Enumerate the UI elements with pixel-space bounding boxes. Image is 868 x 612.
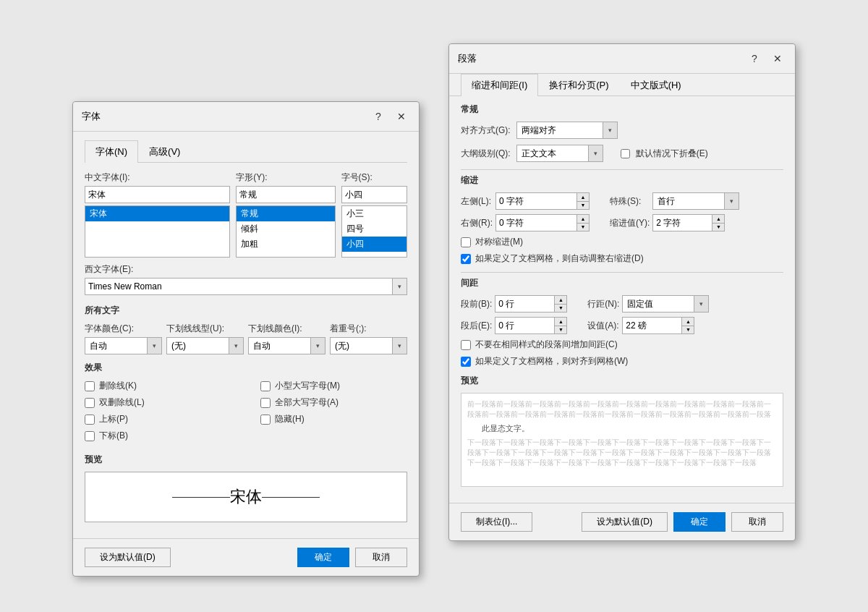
outline-row: 大纲级别(Q): 正文文本 ▾ 默认情况下折叠(E) — [461, 145, 783, 162]
superscript-check[interactable] — [85, 415, 95, 425]
style-item-italic[interactable]: 倾斜 — [237, 221, 334, 237]
collapsed-check[interactable] — [621, 149, 630, 158]
color-value: 自动 — [85, 340, 147, 352]
snap-grid-check[interactable] — [461, 357, 471, 367]
strikethrough-check[interactable] — [85, 381, 95, 391]
set-value-up[interactable]: ▲ — [682, 318, 694, 326]
para-default-button[interactable]: 设为默认值(D) — [582, 512, 668, 532]
tab-font-main[interactable]: 字体(N) — [85, 140, 138, 163]
snap-grid-row: 如果定义了文档网格，则对齐到网格(W) — [461, 355, 783, 367]
subscript-check[interactable] — [85, 431, 95, 441]
after-up[interactable]: ▲ — [555, 318, 566, 326]
para-dialog-titlebar: 段落 ? ✕ — [449, 44, 795, 74]
left-indent-input[interactable]: 0 字符 ▲ ▼ — [495, 192, 590, 210]
style-col: 字形(Y): 常规 倾斜 加粗 — [236, 171, 335, 258]
chinese-font-input[interactable] — [85, 186, 230, 203]
para-dialog-footer: 制表位(I)... 设为默认值(D) 确定 取消 — [449, 503, 795, 540]
size-item-4hao[interactable]: 四号 — [342, 221, 407, 237]
auto-adjust-check[interactable] — [461, 254, 471, 264]
before-down[interactable]: ▼ — [555, 305, 566, 313]
right-indent-up[interactable]: ▲ — [577, 215, 589, 224]
all-text-section: 所有文字 字体颜色(C): 自动 ▾ 下划线线型(U): (无) ▾ — [85, 305, 407, 354]
latin-font-dropdown-arrow[interactable]: ▾ — [393, 278, 407, 295]
small-caps-row: 小型大写字母(M) — [260, 380, 407, 392]
color-arrow: ▾ — [147, 338, 161, 354]
before-spinners: ▲ ▼ — [554, 296, 566, 312]
indent-value-down[interactable]: ▼ — [712, 224, 724, 231]
all-caps-check[interactable] — [260, 398, 271, 408]
latin-font-input[interactable] — [85, 278, 393, 295]
size-item-xiao3[interactable]: 小三 — [342, 206, 407, 221]
right-indent-down[interactable]: ▼ — [577, 224, 589, 231]
left-indent-down[interactable]: ▼ — [577, 202, 589, 210]
small-caps-check[interactable] — [260, 381, 271, 391]
underline-color-combo[interactable]: 自动 ▾ — [248, 337, 326, 354]
para-close-button[interactable]: ✕ — [769, 50, 786, 67]
right-indent-input[interactable]: 0 字符 ▲ ▼ — [495, 214, 590, 231]
style-item-regular[interactable]: 常规 — [237, 206, 334, 221]
underline-label: 下划线线型(U): — [166, 323, 244, 335]
tab-font-advanced[interactable]: 高级(V) — [138, 140, 191, 163]
chinese-font-item-songti[interactable]: 宋体 — [85, 206, 229, 221]
before-input[interactable]: 0 行 ▲ ▼ — [495, 295, 567, 313]
double-strike-check[interactable] — [85, 398, 95, 408]
alignment-combo[interactable]: 两端对齐 ▾ — [516, 122, 618, 139]
left-indent-up[interactable]: ▲ — [577, 193, 589, 202]
tab-line-page[interactable]: 换行和分页(P) — [538, 74, 619, 96]
para-tabs-button[interactable]: 制表位(I)... — [461, 512, 532, 532]
para-cancel-button[interactable]: 取消 — [731, 512, 783, 532]
style-item-bold[interactable]: 加粗 — [237, 237, 334, 252]
chinese-font-listbox[interactable]: 宋体 — [85, 205, 230, 258]
after-input[interactable]: 0 行 ▲ ▼ — [495, 317, 567, 334]
small-caps-label: 小型大写字母(M) — [275, 380, 340, 392]
para-help-button[interactable]: ? — [746, 50, 763, 67]
special-combo[interactable]: 首行 ▾ — [652, 192, 739, 210]
font-dialog-titlebar: 字体 ? ✕ — [73, 102, 419, 132]
indent-value-label: 缩进值(Y): — [610, 217, 650, 229]
size-input[interactable] — [341, 186, 407, 203]
color-combo[interactable]: 自动 ▾ — [85, 337, 162, 354]
font-default-button[interactable]: 设为默认值(D) — [85, 548, 171, 567]
tab-chinese-style[interactable]: 中文版式(H) — [620, 74, 692, 96]
emphasis-combo[interactable]: (无) ▾ — [330, 337, 407, 354]
para-preview-box: 前一段落前一段落前一段落前一段落前一段落前一段落前一段落前一段落前一段落前一段落… — [461, 393, 783, 487]
before-label: 段前(B): — [461, 298, 492, 310]
underline-combo[interactable]: (无) ▾ — [166, 337, 244, 354]
emphasis-group: 着重号(;): (无) ▾ — [330, 323, 407, 354]
after-down[interactable]: ▼ — [555, 326, 566, 334]
style-listbox[interactable]: 常规 倾斜 加粗 — [236, 205, 335, 258]
set-value-down[interactable]: ▼ — [682, 326, 694, 334]
font-ok-button[interactable]: 确定 — [297, 548, 349, 567]
para-tabs-container: 缩进和间距(I) 换行和分页(P) 中文版式(H) — [449, 74, 795, 96]
alignment-row: 对齐方式(G): 两端对齐 ▾ — [461, 122, 783, 139]
before-up[interactable]: ▲ — [555, 296, 566, 305]
line-spacing-combo[interactable]: 固定值 ▾ — [622, 295, 709, 313]
underline-group: 下划线线型(U): (无) ▾ — [166, 323, 244, 354]
para-ok-button[interactable]: 确定 — [673, 512, 726, 532]
style-input[interactable] — [236, 186, 335, 203]
collapsed-label: 默认情况下折叠(E) — [636, 148, 708, 160]
effects-col-right: 小型大写字母(M) 全部大写字母(A) 隐藏(H) — [260, 380, 407, 446]
indent-value-up[interactable]: ▲ — [712, 215, 724, 224]
no-space-check[interactable] — [461, 340, 471, 350]
close-button[interactable]: ✕ — [393, 108, 410, 125]
after-spinners: ▲ ▼ — [554, 318, 566, 333]
outline-combo[interactable]: 正文文本 ▾ — [516, 145, 603, 162]
left-indent-spinners: ▲ ▼ — [576, 193, 589, 209]
font-cancel-button[interactable]: 取消 — [355, 548, 407, 567]
size-listbox[interactable]: 小三 四号 小四 — [341, 205, 407, 258]
preview-next-text: 下一段落下一段落下一段落下一段落下一段落下一段落下一段落下一段落下一段落下一段落… — [467, 438, 777, 468]
set-value-input[interactable]: 22 磅 ▲ ▼ — [622, 317, 694, 334]
tab-indent-spacing[interactable]: 缩进和间距(I) — [461, 74, 538, 96]
style-label: 字形(Y): — [236, 171, 335, 184]
outline-value: 正文文本 — [517, 148, 588, 160]
hidden-check[interactable] — [260, 415, 271, 425]
mirror-indent-check[interactable] — [461, 237, 471, 247]
font-preview-section: 预览 宋体 — [85, 454, 407, 522]
help-button[interactable]: ? — [370, 108, 387, 125]
size-item-xiao4[interactable]: 小四 — [342, 237, 407, 252]
indent-value-input[interactable]: 2 字符 ▲ ▼ — [652, 214, 725, 231]
strikethrough-row: 删除线(K) — [85, 380, 231, 392]
auto-adjust-label: 如果定义了文档网格，则自动调整右缩进(D) — [475, 252, 644, 265]
font-tab-bar: 字体(N) 高级(V) — [85, 140, 407, 163]
